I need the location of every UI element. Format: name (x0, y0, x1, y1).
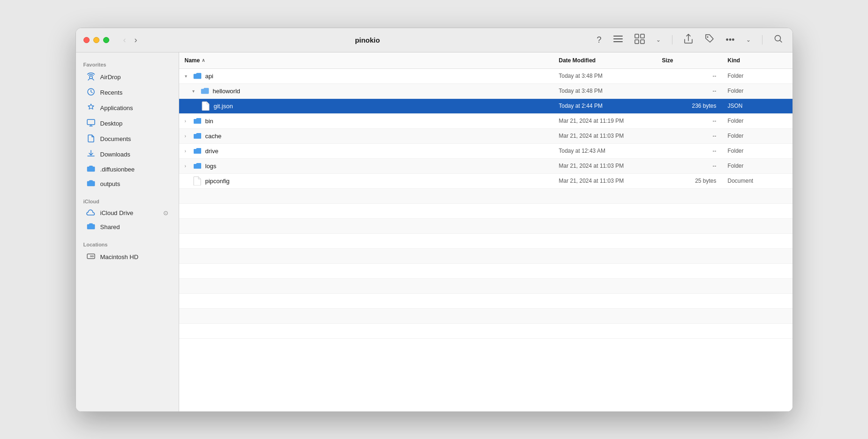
file-row[interactable]: ▾ api Today at 3:48 PM -- Folder (179, 69, 793, 84)
titlebar: ‹ › pinokio ? ⌄ (76, 28, 793, 52)
nav-buttons: ‹ › (121, 34, 140, 46)
traffic-lights (83, 37, 109, 43)
favorites-label: Favorites (76, 58, 179, 69)
documents-icon (86, 134, 96, 144)
sidebar-item-outputs[interactable]: outputs (79, 177, 176, 191)
svg-point-9 (90, 76, 92, 79)
sidebar-item-label: Shared (100, 223, 120, 231)
empty-row (179, 249, 793, 264)
file-kind: JSON (722, 101, 793, 111)
chevron-down-icon[interactable]: ⌄ (654, 35, 663, 45)
file-date: Today at 3:48 PM (553, 86, 657, 96)
outputs-icon (86, 179, 96, 189)
share-icon[interactable] (682, 32, 695, 48)
more-icon[interactable]: ••• (724, 33, 737, 47)
sidebar-item-label: Macintosh HD (100, 253, 139, 260)
sidebar-item-icloud-drive[interactable]: iCloud Drive ⊙ (79, 207, 176, 220)
sidebar-item-airdrop[interactable]: AirDrop (79, 70, 176, 85)
file-date: Mar 21, 2024 at 11:03 PM (553, 131, 657, 141)
date-column-header[interactable]: Date Modified (553, 55, 657, 66)
name-column-header[interactable]: Name ∧ (179, 55, 553, 66)
forward-button[interactable]: › (132, 34, 140, 46)
sidebar-item-downloads[interactable]: Downloads (79, 147, 176, 162)
file-name-cell: ▾ api (179, 70, 553, 82)
file-date: Mar 21, 2024 at 11:03 PM (553, 161, 657, 171)
file-date: Today at 3:48 PM (553, 71, 657, 81)
sidebar-item-shared[interactable]: Shared (79, 220, 176, 234)
file-size: -- (657, 86, 722, 96)
file-row-selected[interactable]: git.json Today at 2:44 PM 236 bytes JSON (179, 99, 793, 114)
sidebar-item-documents[interactable]: Documents (79, 132, 176, 147)
content-area: Favorites AirDrop (76, 52, 793, 411)
file-size: -- (657, 116, 722, 126)
file-kind: Folder (722, 131, 793, 141)
sidebar-item-recents[interactable]: Recents (79, 85, 176, 100)
sidebar-item-macintosh-hd[interactable]: Macintosh HD (79, 250, 176, 265)
folder-icon (193, 117, 203, 125)
empty-row (179, 204, 793, 219)
desktop-icon (86, 119, 96, 129)
folder-icon (193, 147, 203, 155)
file-icon (202, 101, 210, 111)
file-date: Today at 2:44 PM (553, 101, 657, 111)
sidebar-item-label: Desktop (100, 120, 123, 127)
list-view-icon[interactable] (611, 33, 625, 47)
file-name: logs (205, 163, 217, 170)
file-name: cache (205, 133, 222, 140)
search-icon[interactable] (772, 32, 785, 48)
sidebar-item-label: .diffusionbee (100, 166, 135, 173)
file-row[interactable]: ▾ helloworld Today at 3:48 PM -- Folder (179, 84, 793, 99)
kind-column-header[interactable]: Kind (722, 55, 793, 66)
svg-point-14 (90, 255, 91, 257)
sort-arrow: ∧ (202, 58, 205, 63)
recents-icon (86, 88, 96, 98)
file-name: drive (205, 148, 219, 155)
chevron-more-icon[interactable]: ⌄ (744, 35, 753, 45)
file-size: 25 bytes (657, 176, 722, 186)
file-kind: Folder (722, 71, 793, 81)
chevron-down-icon: ▾ (185, 74, 190, 79)
sidebar-item-label: iCloud Drive (100, 209, 134, 216)
size-column-header[interactable]: Size (657, 55, 722, 66)
file-name: pipconfig (205, 178, 230, 185)
empty-row (179, 189, 793, 204)
svg-rect-11 (87, 119, 95, 125)
file-name-cell: ▾ helloworld (179, 85, 553, 97)
file-name: helloworld (213, 88, 241, 95)
finder-window: ‹ › pinokio ? ⌄ (75, 28, 793, 412)
empty-row (179, 324, 793, 339)
svg-point-7 (707, 36, 708, 37)
empty-row (179, 219, 793, 234)
sidebar-item-label: AirDrop (100, 74, 121, 81)
help-icon[interactable]: ? (595, 33, 604, 47)
file-row[interactable]: › pipconfig Mar 21, 2024 at 11:03 PM 25 … (179, 174, 793, 189)
window-title: pinokio (146, 36, 589, 44)
date-label: Date Modified (559, 57, 596, 64)
diffusionbee-icon (86, 165, 96, 174)
size-label: Size (662, 57, 673, 64)
file-date: Mar 21, 2024 at 11:03 PM (553, 176, 657, 186)
file-date: Today at 12:43 AM (553, 146, 657, 156)
file-row[interactable]: › bin Mar 21, 2024 at 11:19 PM -- Folder (179, 114, 793, 129)
macintosh-hd-icon (86, 252, 96, 262)
close-button[interactable] (83, 37, 90, 43)
chevron-right-icon: › (185, 149, 190, 154)
empty-row (179, 279, 793, 294)
chevron-right-icon: › (185, 164, 190, 169)
main-content: Name ∧ Date Modified Size Kind ▾ (179, 52, 793, 411)
file-row[interactable]: › drive Today at 12:43 AM -- Folder (179, 144, 793, 159)
sidebar: Favorites AirDrop (76, 52, 179, 411)
sidebar-item-applications[interactable]: Applications (79, 101, 176, 116)
file-row[interactable]: › logs Mar 21, 2024 at 11:03 PM -- Folde… (179, 159, 793, 174)
grid-view-icon[interactable] (633, 32, 647, 48)
file-row[interactable]: › cache Mar 21, 2024 at 11:03 PM -- Fold… (179, 129, 793, 144)
maximize-button[interactable] (103, 37, 109, 43)
minimize-button[interactable] (93, 37, 99, 43)
file-list: ▾ api Today at 3:48 PM -- Folder ▾ (179, 69, 793, 411)
file-kind: Document (722, 176, 793, 186)
tag-icon[interactable] (702, 32, 717, 48)
sidebar-item-diffusionbee[interactable]: .diffusionbee (79, 163, 176, 177)
sidebar-item-desktop[interactable]: Desktop (79, 116, 176, 131)
empty-row (179, 309, 793, 324)
back-button[interactable]: ‹ (121, 34, 129, 46)
